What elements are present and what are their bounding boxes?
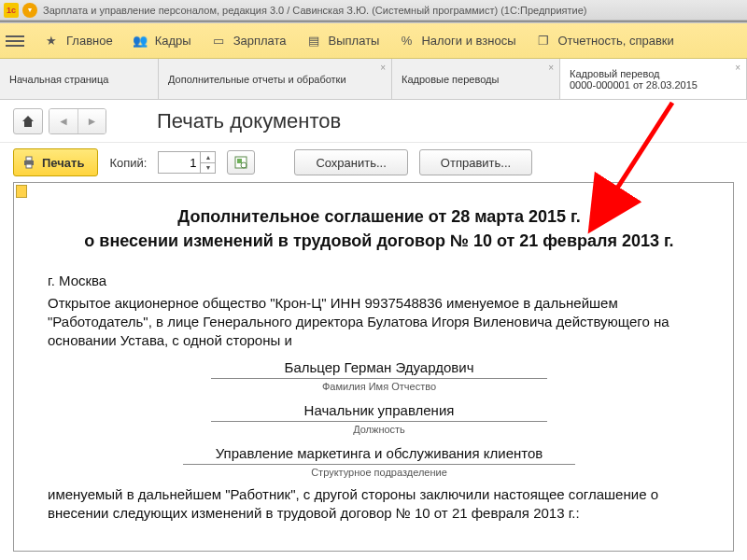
tabbar: Начальная страница Дополнительные отчеты… [0, 59, 747, 100]
doc-paragraph-2: именуемый в дальнейшем "Работник", с дру… [48, 485, 711, 524]
svg-rect-2 [26, 164, 32, 168]
home-button[interactable] [13, 108, 43, 134]
nav-back-forward: ◄ ► [49, 108, 106, 134]
tab-start-page[interactable]: Начальная страница [0, 59, 159, 99]
main-menubar: ★Главное 👥Кадры ▭Зарплата ▤Выплаты %Нало… [0, 23, 747, 59]
print-button[interactable]: Печать [13, 148, 98, 176]
doc-position: Начальник управления [48, 401, 711, 420]
save-button[interactable]: Сохранить... [294, 149, 407, 175]
page-title: Печать документов [157, 109, 341, 133]
doc-title-line1: Дополнительное соглашение от 28 марта 20… [48, 205, 711, 228]
close-icon[interactable]: × [380, 63, 386, 73]
svg-rect-1 [26, 157, 32, 161]
tab-transfers[interactable]: Кадровые переводы× [392, 59, 560, 99]
copies-label: Копий: [109, 156, 147, 170]
svg-rect-4 [237, 159, 242, 163]
menu-otchet[interactable]: ❐Отчетность, справки [535, 34, 674, 49]
print-toolbar: Печать Копий: ▲▼ Сохранить... Отправить.… [0, 143, 747, 182]
send-button[interactable]: Отправить... [419, 149, 532, 175]
copies-input[interactable] [158, 151, 201, 174]
spinner-arrows[interactable]: ▲▼ [201, 151, 216, 174]
copies-spinner[interactable]: ▲▼ [158, 151, 216, 174]
navigation-toolbar: ◄ ► Печать документов [0, 100, 747, 143]
payments-icon: ▤ [305, 34, 322, 49]
menu-main[interactable]: ★Главное [43, 34, 113, 49]
dropdown-icon[interactable]: ▾ [22, 3, 37, 18]
tab-transfer-doc[interactable]: Кадровый перевод0000-000001 от 28.03.201… [560, 59, 747, 99]
people-icon: 👥 [132, 34, 148, 49]
forward-button[interactable]: ► [78, 109, 106, 133]
window-title: Зарплата и управление персоналом, редакц… [43, 5, 586, 16]
document-preview[interactable]: Дополнительное соглашение от 28 марта 20… [13, 182, 734, 552]
percent-icon: % [398, 34, 415, 49]
star-icon: ★ [43, 34, 60, 49]
doc-city: г. Москва [48, 272, 711, 290]
wallet-icon: ▭ [210, 34, 227, 49]
doc-title-line2: о внесении изменений в трудовой договор … [48, 230, 711, 252]
menu-zarplata[interactable]: ▭Зарплата [210, 34, 287, 49]
close-icon[interactable]: × [735, 63, 740, 73]
hamburger-icon[interactable] [6, 35, 24, 47]
doc-paragraph-1: Открытое акционерное общество "Крон-Ц" И… [48, 294, 711, 351]
printer-icon [21, 155, 36, 170]
menu-nalogi[interactable]: %Налоги и взносы [398, 34, 515, 49]
row-marker-icon [16, 185, 27, 198]
doc-fio-label: Фамилия Имя Отчество [211, 378, 547, 394]
tab-reports[interactable]: Дополнительные отчеты и обработки× [159, 59, 392, 99]
menu-vyplaty[interactable]: ▤Выплаты [305, 34, 380, 49]
app-logo-icon: 1c [4, 3, 19, 18]
doc-fio: Бальцер Герман Эдуардович [48, 358, 711, 377]
back-button[interactable]: ◄ [49, 109, 78, 133]
report-icon: ❐ [535, 34, 552, 49]
menu-kadry[interactable]: 👥Кадры [132, 34, 191, 49]
doc-position-label: Должность [211, 421, 547, 437]
close-icon[interactable]: × [548, 63, 554, 73]
window-titlebar: 1c ▾ Зарплата и управление персоналом, р… [0, 0, 747, 21]
preview-button[interactable] [227, 150, 255, 175]
doc-department: Управление маркетинга и обслуживания кли… [48, 444, 711, 463]
doc-department-label: Структурное подразделение [183, 464, 575, 480]
